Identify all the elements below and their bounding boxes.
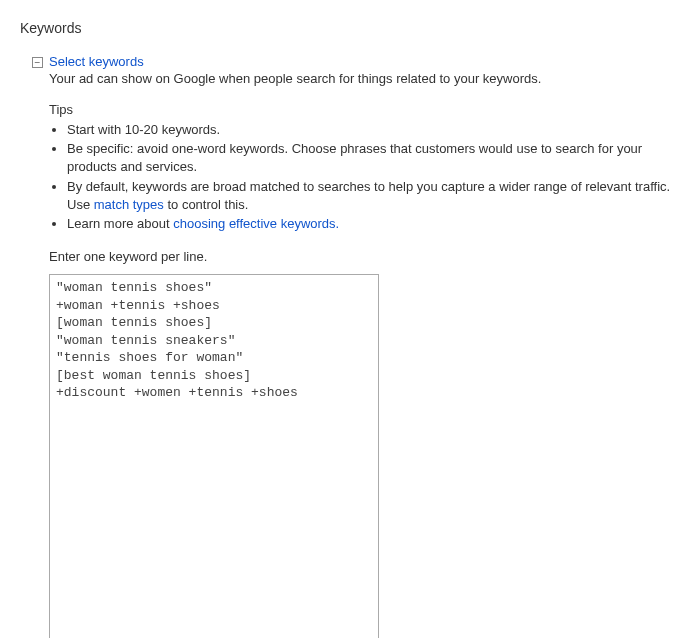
tip-item: Be specific: avoid one-word keywords. Ch… bbox=[67, 140, 676, 176]
select-keywords-link[interactable]: Select keywords bbox=[49, 54, 144, 69]
section-description: Your ad can show on Google when people s… bbox=[49, 71, 676, 86]
collapse-header: − Select keywords bbox=[32, 54, 676, 69]
keywords-textarea[interactable]: "woman tennis shoes" +woman +tennis +sho… bbox=[49, 274, 379, 638]
tip-text: Learn more about bbox=[67, 216, 173, 231]
collapse-minus-icon[interactable]: − bbox=[32, 57, 43, 68]
tips-list: Start with 10-20 keywords. Be specific: … bbox=[67, 121, 676, 233]
content-block: − Select keywords Your ad can show on Go… bbox=[32, 54, 676, 638]
tip-item: Learn more about choosing effective keyw… bbox=[67, 215, 676, 233]
section-title: Keywords bbox=[20, 20, 676, 36]
tip-text: to control this. bbox=[164, 197, 249, 212]
section-body: Your ad can show on Google when people s… bbox=[49, 71, 676, 638]
choosing-keywords-link[interactable]: choosing effective keywords. bbox=[173, 216, 339, 231]
keywords-section: Keywords − Select keywords Your ad can s… bbox=[20, 20, 676, 638]
tip-item: By default, keywords are broad matched t… bbox=[67, 178, 676, 214]
tips-label: Tips bbox=[49, 102, 676, 117]
textarea-label: Enter one keyword per line. bbox=[49, 249, 676, 264]
match-types-link[interactable]: match types bbox=[94, 197, 164, 212]
tip-item: Start with 10-20 keywords. bbox=[67, 121, 676, 139]
